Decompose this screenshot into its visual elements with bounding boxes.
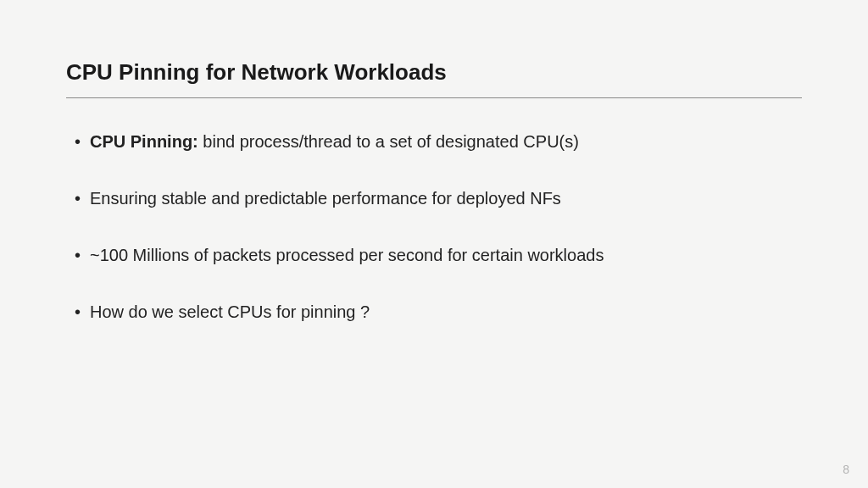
bullet-lead: CPU Pinning:	[90, 132, 198, 151]
bullet-text: ~100 Millions of packets processed per s…	[90, 246, 604, 264]
page-number: 8	[843, 463, 849, 476]
bullet-list: CPU Pinning: bind process/thread to a se…	[66, 130, 802, 324]
slide-title: CPU Pinning for Network Workloads	[66, 59, 802, 86]
bullet-text: Ensuring stable and predictable performa…	[90, 189, 561, 208]
bullet-text: How do we select CPUs for pinning ?	[90, 302, 370, 321]
title-divider	[66, 97, 802, 98]
bullet-text: bind process/thread to a set of designat…	[198, 132, 579, 151]
list-item: Ensuring stable and predictable performa…	[75, 187, 802, 210]
list-item: CPU Pinning: bind process/thread to a se…	[75, 130, 802, 153]
list-item: How do we select CPUs for pinning ?	[75, 301, 802, 324]
slide-content: CPU Pinning for Network Workloads CPU Pi…	[0, 0, 868, 324]
list-item: ~100 Millions of packets processed per s…	[75, 244, 802, 267]
